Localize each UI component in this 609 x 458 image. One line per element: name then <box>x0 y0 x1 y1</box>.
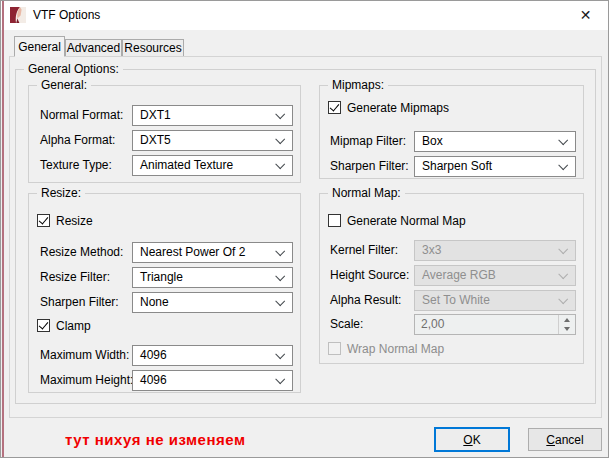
vtf-options-dialog: VTF Options ✕ General Advanced Resources… <box>0 0 609 458</box>
cancel-label-rest: ancel <box>555 433 584 447</box>
kernel-filter-label: Kernel Filter: <box>330 243 398 257</box>
resize-sharpen-filter-label: Sharpen Filter: <box>40 295 119 309</box>
cancel-button[interactable]: Cancel <box>528 428 602 451</box>
resize-method-value: Nearest Power Of 2 <box>140 243 245 262</box>
wrap-normal-map-label: Wrap Normal Map <box>347 342 444 356</box>
chevron-down-icon <box>275 349 285 359</box>
kernel-filter-value: 3x3 <box>422 241 441 260</box>
maximum-width-select[interactable]: 4096 <box>132 345 293 366</box>
alpha-format-label: Alpha Format: <box>40 133 115 147</box>
window-title: VTF Options <box>33 8 100 22</box>
mipmaps-sharpen-filter-label: Sharpen Filter: <box>330 159 409 173</box>
scale-spinner: 2,00 <box>414 314 576 335</box>
spinner-buttons <box>558 315 575 334</box>
ok-label-rest: K <box>473 433 481 447</box>
mipmap-filter-label: Mipmap Filter: <box>330 134 406 148</box>
group-general-options-title: General Options: <box>24 62 123 76</box>
height-source-label: Height Source: <box>330 268 409 282</box>
resize-sharpen-filter-value: None <box>140 293 169 312</box>
resize-method-label: Resize Method: <box>40 245 123 259</box>
checkbox-disabled-icon <box>328 342 341 355</box>
maximum-width-value: 4096 <box>140 346 167 365</box>
chevron-down-icon <box>558 294 568 304</box>
texture-type-label: Texture Type: <box>40 158 112 172</box>
maximum-width-label: Maximum Width: <box>40 348 129 362</box>
texture-type-select[interactable]: Animated Texture <box>132 155 293 176</box>
chevron-down-icon <box>558 135 568 145</box>
mipmaps-sharpen-filter-select[interactable]: Sharpen Soft <box>414 156 576 177</box>
chevron-down-icon <box>275 134 285 144</box>
chevron-down-icon <box>275 109 285 119</box>
chevron-down-icon <box>275 246 285 256</box>
app-icon <box>10 7 26 23</box>
chevron-down-icon <box>558 244 568 254</box>
chevron-down-icon <box>275 374 285 384</box>
close-icon[interactable]: ✕ <box>563 1 608 30</box>
scale-label: Scale: <box>330 317 363 331</box>
tab-general[interactable]: General <box>14 36 65 57</box>
maximum-height-value: 4096 <box>140 371 167 390</box>
normal-format-select[interactable]: DXT1 <box>132 105 293 126</box>
window-left-accent <box>2 1 4 458</box>
resize-checkbox-label: Resize <box>56 214 93 228</box>
cancel-access-key: C <box>546 433 555 447</box>
scale-value: 2,00 <box>421 315 444 334</box>
mipmap-filter-value: Box <box>422 132 443 151</box>
titlebar[interactable]: VTF Options ✕ <box>1 1 608 30</box>
resize-checkbox[interactable]: Resize <box>37 214 117 228</box>
generate-mipmaps-label: Generate Mipmaps <box>347 101 449 115</box>
group-resize: Resize: Resize Resize Method: Nearest Po… <box>28 193 301 393</box>
group-normal-map: Normal Map: Generate Normal Map Kernel F… <box>319 193 584 364</box>
wrap-normal-map-checkbox: Wrap Normal Map <box>328 342 478 356</box>
mipmap-filter-select[interactable]: Box <box>414 131 576 152</box>
resize-filter-select[interactable]: Triangle <box>132 267 293 288</box>
chevron-down-icon <box>558 269 568 279</box>
clamp-checkbox[interactable]: Clamp <box>37 319 117 333</box>
group-normal-map-title: Normal Map: <box>328 186 405 200</box>
maximum-height-label: Maximum Height: <box>40 373 133 387</box>
group-mipmaps: Mipmaps: Generate Mipmaps Mipmap Filter:… <box>319 85 584 179</box>
group-mipmaps-title: Mipmaps: <box>328 78 388 92</box>
alpha-result-value: Set To White <box>422 291 490 310</box>
resize-sharpen-filter-select[interactable]: None <box>132 292 293 313</box>
normal-format-label: Normal Format: <box>40 108 123 122</box>
spinner-up-icon <box>564 318 570 322</box>
checkbox-checked-icon <box>328 101 341 114</box>
red-annotation-text: тут нихуя не изменяем <box>65 431 246 448</box>
texture-type-value: Animated Texture <box>140 156 233 175</box>
resize-filter-value: Triangle <box>140 268 183 287</box>
chevron-down-icon <box>275 159 285 169</box>
spinner-down-icon <box>564 327 570 331</box>
checkbox-unchecked-icon <box>328 214 341 227</box>
resize-method-select[interactable]: Nearest Power Of 2 <box>132 242 293 263</box>
alpha-format-select[interactable]: DXT5 <box>132 130 293 151</box>
chevron-down-icon <box>275 271 285 281</box>
tab-advanced[interactable]: Advanced <box>65 39 122 56</box>
chevron-down-icon <box>558 160 568 170</box>
alpha-result-select: Set To White <box>414 290 576 311</box>
kernel-filter-select: 3x3 <box>414 240 576 261</box>
group-resize-title: Resize: <box>37 186 85 200</box>
generate-normal-map-checkbox[interactable]: Generate Normal Map <box>328 214 498 228</box>
ok-access-key: O <box>463 433 472 447</box>
ok-button[interactable]: OK <box>434 427 510 452</box>
generate-normal-map-label: Generate Normal Map <box>347 214 466 228</box>
alpha-result-label: Alpha Result: <box>330 293 401 307</box>
group-general-title: General: <box>37 78 91 92</box>
resize-filter-label: Resize Filter: <box>40 270 110 284</box>
chevron-down-icon <box>275 296 285 306</box>
normal-format-value: DXT1 <box>140 106 171 125</box>
clamp-checkbox-label: Clamp <box>56 319 91 333</box>
maximum-height-select[interactable]: 4096 <box>132 370 293 391</box>
alpha-format-value: DXT5 <box>140 131 171 150</box>
group-general: General: Normal Format: DXT1 Alpha Forma… <box>28 85 301 183</box>
height-source-value: Average RGB <box>422 266 496 285</box>
height-source-select: Average RGB <box>414 265 576 286</box>
checkbox-checked-icon <box>37 319 50 332</box>
tab-resources[interactable]: Resources <box>122 39 184 56</box>
checkbox-checked-icon <box>37 214 50 227</box>
generate-mipmaps-checkbox[interactable]: Generate Mipmaps <box>328 101 478 115</box>
mipmaps-sharpen-filter-value: Sharpen Soft <box>422 157 492 176</box>
